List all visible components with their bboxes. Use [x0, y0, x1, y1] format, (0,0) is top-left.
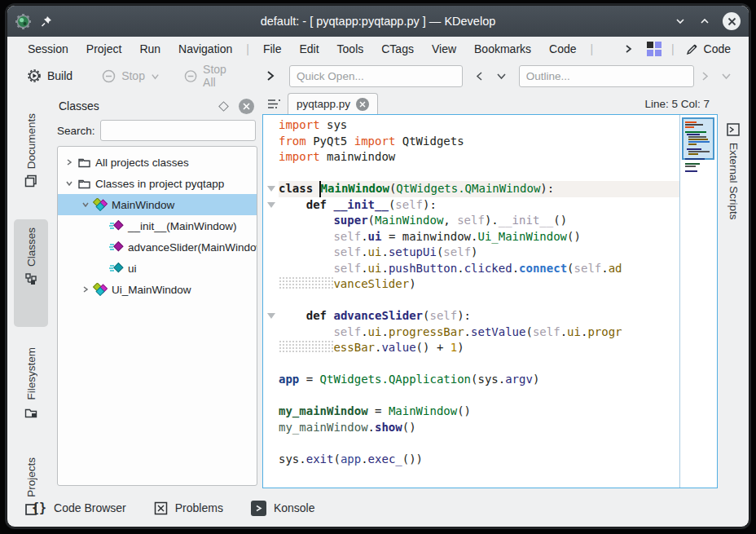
gutter [263, 372, 279, 388]
code-line[interactable]: super(MainWindow, self).__init__() [279, 213, 679, 229]
code-line[interactable] [279, 356, 679, 373]
menu-project[interactable]: Project [77, 39, 131, 59]
menu-tools[interactable]: Tools [328, 39, 373, 59]
sidebar-tab-documents[interactable]: Documents [14, 105, 48, 201]
code-area[interactable]: import sysfrom PyQt5 import QtWidgetsimp… [263, 115, 679, 488]
gutter [263, 293, 279, 309]
code-line[interactable]: self.ui.progressBar.setValue(self.ui.pro… [279, 324, 679, 341]
build-button[interactable]: Build [19, 65, 81, 86]
previous-context-icon[interactable] [469, 71, 490, 82]
code-line[interactable] [279, 388, 679, 404]
detach-panel-icon[interactable] [218, 101, 229, 112]
code-line[interactable]: my_mainWindow.show() [279, 420, 679, 436]
code-line[interactable]: import sys [279, 117, 679, 134]
minimap-line [687, 134, 700, 135]
navigate-forward-icon[interactable] [694, 71, 715, 82]
stop-button[interactable]: Stop [94, 66, 168, 86]
class-search-input[interactable] [100, 120, 256, 141]
gutter [263, 165, 279, 182]
code-area-button[interactable]: Code [679, 39, 737, 59]
tree-item-__init__-mainwindow-[interactable]: __init__(MainWindow) [58, 215, 257, 236]
tree-expander-icon[interactable] [63, 179, 76, 188]
code-line[interactable]: from PyQt5 import QtWidgets [279, 134, 679, 150]
menu-file[interactable]: File [254, 39, 291, 59]
menu-view[interactable]: View [423, 39, 465, 59]
code-line[interactable]: my_mainWindow = MainWindow() [279, 404, 679, 420]
right-dock-strip: External Scripts [718, 90, 749, 492]
minimap-viewport[interactable] [682, 117, 714, 160]
document-list-icon[interactable] [267, 98, 281, 110]
navigate-dropdown-icon[interactable] [715, 71, 737, 81]
menu-bar: SessionProjectRunNavigation|FileEditTool… [7, 37, 749, 61]
status-button-problems[interactable]: Problems [154, 501, 223, 515]
code-line[interactable]: def __init__(self): [279, 197, 679, 214]
code-line[interactable]: import mainwindow [279, 149, 679, 165]
tree-expander-icon[interactable] [79, 285, 92, 293]
tree-item-label: All projects classes [95, 157, 189, 169]
code-line[interactable]: class MainWindow(QtWidgets.QMainWindow): [279, 181, 679, 197]
menu-edit[interactable]: Edit [290, 39, 327, 59]
close-icon[interactable] [723, 12, 741, 30]
sidebar-tab-filesystem[interactable]: Filesystem [14, 339, 48, 435]
minimap-scrollbar[interactable] [679, 115, 717, 488]
outline-input[interactable] [519, 65, 694, 87]
menu-session[interactable]: Session [19, 39, 77, 59]
tree-item-ui[interactable]: ui [58, 258, 257, 279]
tab-external-scripts[interactable]: External Scripts [719, 123, 747, 220]
gutter [263, 388, 279, 404]
menu-code[interactable]: Code [540, 39, 585, 59]
code-line[interactable]: self.ui = mainwindow.Ui_MainWindow() [279, 229, 679, 245]
tree-expander-icon[interactable] [79, 201, 92, 209]
menu-ctags[interactable]: CTags [372, 39, 423, 59]
code-line[interactable] [279, 435, 679, 452]
tree-item-advanceslider-mainwindow-[interactable]: advanceSlider(MainWindow) [58, 236, 257, 258]
minimize-icon[interactable] [674, 15, 687, 28]
minimap-line [688, 151, 710, 152]
gutter [263, 276, 279, 293]
menu-overflow-chevron-icon[interactable] [614, 41, 642, 57]
stop-all-button[interactable]: Stop All [176, 60, 248, 92]
tree-item-label: Classes in project pyqtapp [95, 178, 224, 190]
minimap-line [688, 141, 710, 143]
area-switcher-grid-icon[interactable] [647, 42, 662, 56]
close-panel-icon[interactable] [239, 99, 254, 114]
minimap-line [687, 148, 701, 150]
fold-marker-icon[interactable] [263, 308, 279, 324]
minimap-line [688, 139, 708, 140]
code-line-wrapped[interactable]: vanceSlider) [279, 276, 679, 293]
code-line[interactable] [279, 165, 679, 182]
word-wrap-indicator [279, 340, 333, 354]
maximize-icon[interactable] [698, 15, 711, 28]
fold-marker-icon[interactable] [263, 197, 279, 214]
toolbar-expand-chevron-icon[interactable] [259, 70, 281, 82]
tab-pyqtapp-py[interactable]: pyqtapp.py [288, 93, 378, 114]
code-line[interactable]: self.ui.pushButton.clicked.connect(self.… [279, 261, 679, 277]
menu-bookmarks[interactable]: Bookmarks [465, 39, 540, 59]
status-button-konsole[interactable]: Konsole [251, 501, 315, 516]
editor-view[interactable]: import sysfrom PyQt5 import QtWidgetsimp… [262, 114, 718, 488]
quick-open-input[interactable] [289, 65, 463, 87]
tree-item-all-projects-classes[interactable]: All projects classes [58, 152, 257, 173]
code-line[interactable]: def advanceSlider(self): [279, 308, 679, 324]
build-gear-icon [27, 68, 42, 83]
status-button-code-browser[interactable]: {}Code Browser [32, 501, 126, 515]
editor-tab-bar: pyqtapp.py Line: 5 Col: 7 [262, 90, 718, 114]
code-line[interactable] [279, 293, 679, 309]
menu-run[interactable]: Run [130, 39, 169, 59]
tab-close-icon[interactable] [356, 98, 369, 111]
tree-expander-icon[interactable] [63, 158, 76, 166]
gutter [263, 245, 279, 261]
fold-marker-icon[interactable] [263, 181, 279, 197]
title-bar[interactable]: default: - [ pyqtapp:pyqtapp.py ] — KDev… [7, 6, 749, 37]
code-line-wrapped[interactable]: essBar.value() + 1) [279, 340, 679, 356]
code-line[interactable]: self.ui.setupUi(self) [279, 245, 679, 261]
code-line[interactable]: app = QtWidgets.QApplication(sys.argv) [279, 372, 679, 388]
code-line[interactable]: sys.exit(app.exec_()) [279, 452, 679, 468]
tree-item-mainwindow[interactable]: MainWindow [58, 194, 257, 215]
pin-icon[interactable] [41, 15, 53, 28]
sidebar-tab-classes[interactable]: Classes [14, 219, 48, 327]
next-context-dropdown-icon[interactable] [490, 71, 512, 81]
tree-item-ui_mainwindow[interactable]: Ui_MainWindow [58, 279, 257, 300]
menu-navigation[interactable]: Navigation [169, 39, 241, 59]
tree-item-classes-in-project-pyqtapp[interactable]: Classes in project pyqtapp [58, 173, 257, 194]
